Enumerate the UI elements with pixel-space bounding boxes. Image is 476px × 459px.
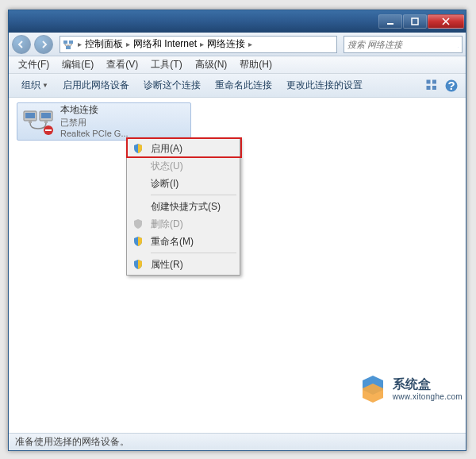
forward-button[interactable] bbox=[34, 35, 53, 54]
search-input[interactable] bbox=[347, 40, 458, 49]
menu-help[interactable]: 帮助(H) bbox=[233, 56, 278, 73]
minimize-button[interactable] bbox=[378, 14, 402, 29]
svg-point-5 bbox=[458, 47, 459, 48]
svg-rect-6 bbox=[427, 79, 431, 83]
shield-icon bbox=[132, 258, 144, 271]
context-menu: 启用(A) 状态(U) 诊断(I) 创建快捷方式(S) 删除(D) 重命名(M)… bbox=[126, 137, 240, 276]
svg-rect-14 bbox=[25, 113, 35, 118]
explorer-window: ▸ 控制面板 ▸ 网络和 Internet ▸ 网络连接 ▸ 文件(F) 编辑(… bbox=[8, 10, 466, 451]
ctx-delete: 删除(D) bbox=[129, 215, 238, 233]
help-icon[interactable]: ? bbox=[443, 78, 459, 94]
search-box[interactable] bbox=[344, 36, 463, 53]
chevron-right-icon: ▸ bbox=[247, 40, 254, 48]
ctx-label: 状态(U) bbox=[151, 160, 183, 173]
svg-rect-9 bbox=[432, 86, 436, 90]
network-icon bbox=[62, 38, 75, 51]
chevron-down-icon: ▼ bbox=[42, 82, 48, 89]
toolbar: 组织▼ 启用此网络设备 诊断这个连接 重命名此连接 更改此连接的设置 ? bbox=[9, 74, 466, 98]
ctx-label: 启用(A) bbox=[151, 142, 182, 156]
breadcrumb-item[interactable]: 网络和 Internet bbox=[132, 37, 198, 51]
breadcrumb-item[interactable]: 网络连接 bbox=[205, 37, 247, 51]
svg-rect-7 bbox=[432, 79, 436, 83]
close-button[interactable] bbox=[428, 14, 464, 29]
svg-rect-17 bbox=[44, 121, 48, 123]
menu-advanced[interactable]: 高级(N) bbox=[189, 56, 234, 73]
enable-device-button[interactable]: 启用此网络设备 bbox=[56, 76, 136, 94]
connection-status: 已禁用 bbox=[60, 117, 129, 128]
connection-item[interactable]: 本地连接 已禁用 Realtek PCIe G... bbox=[17, 102, 191, 141]
back-button[interactable] bbox=[12, 35, 31, 54]
connection-adapter: Realtek PCIe G... bbox=[60, 128, 129, 139]
menu-view[interactable]: 查看(V) bbox=[100, 56, 144, 73]
statusbar: 准备使用选择的网络设备。 bbox=[9, 433, 466, 450]
ctx-enable[interactable]: 启用(A) bbox=[129, 140, 238, 157]
menubar: 文件(F) 编辑(E) 查看(V) 工具(T) 高级(N) 帮助(H) bbox=[9, 56, 466, 74]
logo-icon bbox=[356, 372, 390, 406]
shield-icon bbox=[132, 218, 144, 230]
separator bbox=[151, 195, 236, 195]
ctx-label: 创建快捷方式(S) bbox=[151, 200, 221, 214]
view-options-icon[interactable] bbox=[424, 78, 440, 94]
ctx-rename[interactable]: 重命名(M) bbox=[129, 233, 238, 250]
svg-rect-4 bbox=[66, 46, 71, 49]
ctx-shortcut[interactable]: 创建快捷方式(S) bbox=[129, 198, 238, 215]
rename-button[interactable]: 重命名此连接 bbox=[209, 76, 278, 94]
chevron-right-icon: ▸ bbox=[76, 40, 83, 48]
svg-rect-1 bbox=[412, 18, 418, 25]
search-icon bbox=[458, 39, 459, 50]
shield-icon bbox=[132, 142, 144, 155]
maximize-button[interactable] bbox=[403, 14, 427, 29]
separator bbox=[151, 253, 236, 253]
chevron-right-icon: ▸ bbox=[198, 40, 205, 48]
shield-icon bbox=[132, 235, 144, 248]
ctx-diagnose[interactable]: 诊断(I) bbox=[129, 175, 238, 192]
svg-text:?: ? bbox=[447, 79, 455, 92]
organize-button[interactable]: 组织▼ bbox=[15, 76, 55, 94]
content-area: 本地连接 已禁用 Realtek PCIe G... 启用(A) 状态(U) 诊… bbox=[9, 98, 466, 433]
connection-name: 本地连接 bbox=[60, 104, 129, 117]
svg-rect-8 bbox=[427, 86, 431, 90]
navigation-bar: ▸ 控制面板 ▸ 网络和 Internet ▸ 网络连接 ▸ bbox=[9, 33, 466, 56]
ctx-label: 属性(R) bbox=[151, 258, 183, 272]
menu-edit[interactable]: 编辑(E) bbox=[56, 56, 100, 73]
ctx-label: 删除(D) bbox=[151, 218, 183, 231]
titlebar bbox=[9, 10, 466, 33]
svg-rect-15 bbox=[41, 113, 51, 118]
svg-rect-2 bbox=[63, 40, 67, 44]
diagnose-button[interactable]: 诊断这个连接 bbox=[137, 76, 207, 94]
status-text: 准备使用选择的网络设备。 bbox=[15, 435, 129, 449]
watermark: 系统盒 www.xitonghe.com bbox=[356, 372, 463, 406]
watermark-title: 系统盒 bbox=[393, 376, 463, 392]
svg-rect-0 bbox=[387, 23, 393, 25]
menu-file[interactable]: 文件(F) bbox=[12, 56, 56, 73]
chevron-right-icon: ▸ bbox=[125, 40, 132, 48]
breadcrumb-item[interactable]: 控制面板 bbox=[83, 37, 125, 51]
connection-text: 本地连接 已禁用 Realtek PCIe G... bbox=[60, 106, 129, 137]
ctx-label: 诊断(I) bbox=[151, 177, 178, 191]
svg-rect-3 bbox=[69, 40, 73, 44]
network-adapter-icon bbox=[21, 106, 56, 137]
svg-rect-16 bbox=[29, 121, 32, 123]
svg-rect-19 bbox=[45, 129, 52, 131]
ctx-label: 重命名(M) bbox=[151, 235, 194, 249]
breadcrumb[interactable]: ▸ 控制面板 ▸ 网络和 Internet ▸ 网络连接 ▸ bbox=[60, 36, 337, 53]
menu-tools[interactable]: 工具(T) bbox=[144, 56, 188, 73]
change-settings-button[interactable]: 更改此连接的设置 bbox=[280, 76, 369, 94]
watermark-url: www.xitonghe.com bbox=[393, 392, 463, 402]
ctx-properties[interactable]: 属性(R) bbox=[129, 256, 238, 273]
ctx-status: 状态(U) bbox=[129, 157, 238, 175]
